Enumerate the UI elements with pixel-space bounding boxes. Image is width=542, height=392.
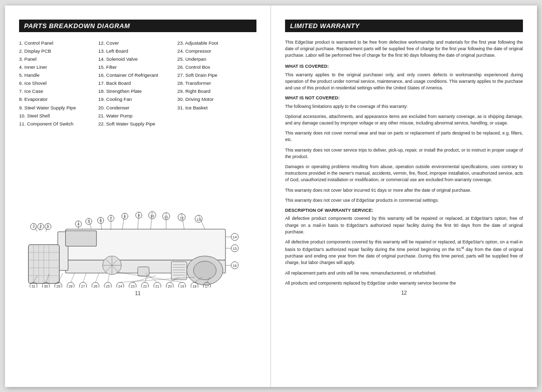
part-30: 30. Driving Motor [177,95,256,103]
svg-rect-41 [171,262,187,280]
service-4: All products and components replaced by … [285,280,523,287]
warranty-body: This EdgeStar product is warranted to be… [285,39,523,287]
part-3: 3. Panel [19,55,98,63]
svg-text:29: 29 [56,284,60,288]
service-1: All defective product components covered… [285,215,523,235]
part-18: 18. Strengthen Plate [98,87,178,95]
svg-line-110 [95,273,99,283]
not-covered-5: This warranty does not cover labor incur… [285,187,523,194]
part-16: 16. Container Of Refrigerant [98,71,178,79]
not-covered-4: Damages or operating problems resulting … [285,164,523,184]
svg-text:23: 23 [130,284,134,288]
not-covered-3: This warranty does not cover service tri… [285,147,523,160]
part-15: 15. Filter [98,63,178,71]
part-9: 9. Steel Water Supply Pipe [19,104,98,112]
left-page-number: 11 [19,291,256,296]
svg-point-40 [194,261,216,280]
part-2: 2. Display PCB [19,47,98,55]
svg-rect-52 [138,267,150,277]
svg-text:25: 25 [106,284,110,288]
part-1: 1. Control Panel [19,39,98,47]
part-12: 12. Cover [98,39,178,47]
part-11: 11. Component Of Switch [19,120,98,128]
svg-text:21: 21 [156,284,160,288]
svg-text:22: 22 [143,284,147,288]
covered-title: WHAT IS COVERED: [285,63,523,70]
part-26: 26. Control Box [177,63,256,71]
part-27: 27. Soft Drain Pipe [177,71,256,79]
not-covered-intro: The following limitations apply to the c… [285,103,523,110]
parts-header: PARTS BREAKDOWN DIAGRAM [19,20,256,32]
svg-line-115 [146,273,158,283]
svg-text:31: 31 [32,284,36,288]
right-page-number: 12 [285,290,523,296]
svg-line-113 [132,276,156,282]
covered-text: This warranty applies to the original pu… [285,72,523,92]
svg-rect-29 [66,231,97,246]
service-2: All defective product components covered… [285,239,523,267]
svg-text:18: 18 [193,284,197,288]
part-7: 7. Ice Case [19,87,98,95]
warranty-header: LIMITED WARRANTY [285,20,523,32]
svg-text:26: 26 [93,284,97,288]
svg-text:14: 14 [233,235,237,239]
part-29: 29. Right Board [177,87,256,95]
svg-text:6: 6 [99,218,101,223]
not-covered-2: This warranty does not cover normal wear… [285,130,523,143]
left-page: PARTS BREAKDOWN DIAGRAM 1. Control Panel… [5,6,271,387]
parts-col-2: 12. Cover 13. Left Board 14. Solenoid Va… [98,39,178,128]
part-10: 10. Steel Shell [19,112,98,120]
part-4: 4. Inner Liner [19,63,98,71]
not-covered-1: Optional accessories, attachments, and a… [285,113,523,126]
svg-line-111 [108,275,109,282]
part-24: 24. Compressor [177,47,256,55]
parts-diagram: 1 2 3 4 5 6 7 8 9 [19,132,256,288]
svg-text:10: 10 [150,214,154,218]
parts-col-1: 1. Control Panel 2. Display PCB 3. Panel… [19,39,98,128]
svg-text:3: 3 [47,225,49,229]
right-page: LIMITED WARRANTY This EdgeStar product i… [271,6,537,387]
svg-line-109 [83,273,86,283]
service-3: All replacement parts and units will be … [285,270,523,277]
part-6: 6. Ice Shovel [19,79,98,87]
svg-text:13: 13 [197,217,201,222]
part-14: 14. Solenoid Valve [98,55,178,63]
svg-text:15: 15 [233,246,237,251]
part-28: 28. Transformer [177,79,256,87]
warranty-intro: This EdgeStar product is warranted to be… [285,39,523,59]
part-20: 20. Condenser [98,104,178,112]
part-5: 5. Handle [19,71,98,79]
svg-text:24: 24 [118,284,122,288]
part-21: 21. Water Pump [98,112,178,120]
svg-text:30: 30 [44,284,48,288]
not-covered-6: This warranty does not cover use of Edge… [285,197,523,204]
svg-text:19: 19 [180,284,184,288]
svg-text:16: 16 [233,264,237,268]
not-covered-title: WHAT IS NOT COVERED: [285,95,523,102]
diagram-svg: 1 2 3 4 5 6 7 8 9 [19,132,256,288]
part-23: 23. Adjustable Foot [177,39,256,47]
svg-text:12: 12 [180,216,184,220]
part-13: 13. Left Board [98,47,178,55]
part-22: 22. Soft Water Supply Pipe [98,120,178,128]
parts-list: 1. Control Panel 2. Display PCB 3. Panel… [19,39,256,128]
part-8: 8. Evaporator [19,95,98,103]
svg-line-108 [71,273,75,283]
part-19: 19. Cooling Fan [98,95,178,103]
svg-text:28: 28 [69,284,73,288]
document-spread: PARTS BREAKDOWN DIAGRAM 1. Control Panel… [5,6,537,387]
part-25: 25. Underpan [177,55,256,63]
svg-text:27: 27 [81,284,85,288]
svg-text:17: 17 [205,284,209,288]
service-title: DESCRIPTION OF WARRANTY SERVICE: [285,207,523,214]
svg-text:20: 20 [168,284,172,288]
part-31: 31. Ice Basket [177,104,256,112]
parts-col-3: 23. Adjustable Foot 24. Compressor 25. U… [177,39,256,128]
part-17: 17. Back Board [98,79,178,87]
